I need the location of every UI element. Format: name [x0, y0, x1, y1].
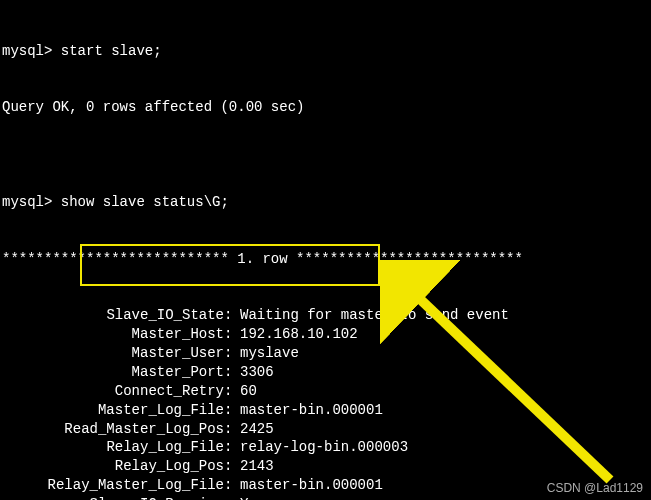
- field-separator: :: [224, 382, 240, 401]
- watermark-text: CSDN @Lad1129: [547, 480, 643, 496]
- field-separator: :: [224, 363, 240, 382]
- field-separator: :: [224, 495, 240, 500]
- status-row: Relay_Log_Pos: 2143: [2, 457, 649, 476]
- status-fields: Slave_IO_State: Waiting for master to se…: [2, 306, 649, 500]
- row-divider: *************************** 1. row *****…: [2, 250, 649, 269]
- field-value: 60: [240, 382, 257, 401]
- field-label: Master_Port: [2, 363, 224, 382]
- field-value: master-bin.000001: [240, 476, 383, 495]
- field-value: 2425: [240, 420, 274, 439]
- field-label: Relay_Log_File: [2, 438, 224, 457]
- prompt-line: mysql> show slave status\G;: [2, 193, 649, 212]
- field-label: Master_Host: [2, 325, 224, 344]
- field-label: Connect_Retry: [2, 382, 224, 401]
- field-value: myslave: [240, 344, 299, 363]
- status-row: Slave_IO_State: Waiting for master to se…: [2, 306, 649, 325]
- field-value: 3306: [240, 363, 274, 382]
- field-label: Master_Log_File: [2, 401, 224, 420]
- field-separator: :: [224, 476, 240, 495]
- field-label: Relay_Master_Log_File: [2, 476, 224, 495]
- field-value: master-bin.000001: [240, 401, 383, 420]
- prompt-line: mysql> start slave;: [2, 42, 649, 61]
- status-row: Relay_Log_File: relay-log-bin.000003: [2, 438, 649, 457]
- terminal-output: mysql> start slave; Query OK, 0 rows aff…: [0, 0, 651, 500]
- field-separator: :: [224, 438, 240, 457]
- field-value: 2143: [240, 457, 274, 476]
- field-label: Read_Master_Log_Pos: [2, 420, 224, 439]
- field-label: Relay_Log_Pos: [2, 457, 224, 476]
- field-separator: :: [224, 306, 240, 325]
- status-row: Connect_Retry: 60: [2, 382, 649, 401]
- field-separator: :: [224, 401, 240, 420]
- status-row: Master_Port: 3306: [2, 363, 649, 382]
- status-row: Master_Log_File: master-bin.000001: [2, 401, 649, 420]
- status-row: Master_Host: 192.168.10.102: [2, 325, 649, 344]
- field-value: Waiting for master to send event: [240, 306, 509, 325]
- field-separator: :: [224, 325, 240, 344]
- field-separator: :: [224, 344, 240, 363]
- result-line: Query OK, 0 rows affected (0.00 sec): [2, 98, 649, 117]
- status-row: Read_Master_Log_Pos: 2425: [2, 420, 649, 439]
- field-separator: :: [224, 420, 240, 439]
- field-label: Master_User: [2, 344, 224, 363]
- field-value: relay-log-bin.000003: [240, 438, 408, 457]
- field-label: Slave_IO_Running: [2, 495, 224, 500]
- field-value: Yes: [240, 495, 265, 500]
- field-separator: :: [224, 457, 240, 476]
- field-value: 192.168.10.102: [240, 325, 358, 344]
- status-row: Master_User: myslave: [2, 344, 649, 363]
- field-label: Slave_IO_State: [2, 306, 224, 325]
